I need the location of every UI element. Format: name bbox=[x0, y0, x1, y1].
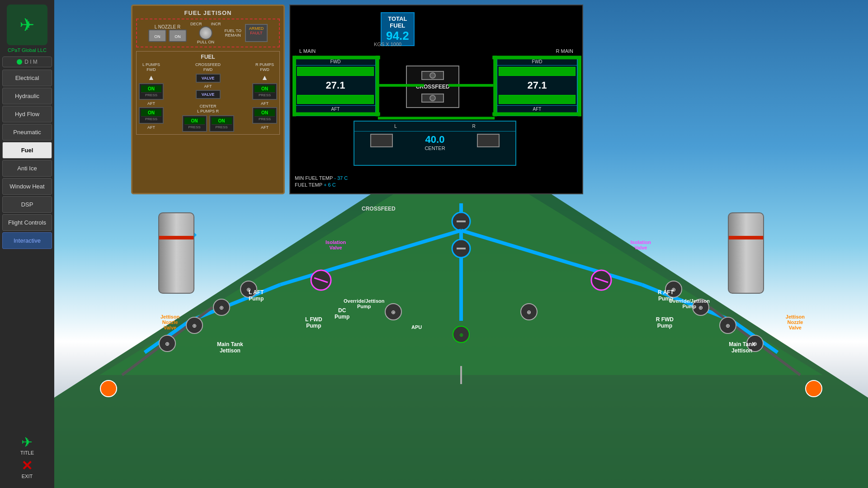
fuel-temp-label: FUEL TEMP bbox=[295, 182, 322, 188]
r-aft-pump-switch[interactable]: ON PRESS bbox=[252, 107, 277, 124]
sidebar-item-window-heat[interactable]: Window Heat bbox=[2, 178, 52, 195]
tank-r-value: 27.1 bbox=[497, 77, 577, 94]
crossfeed-valve-circle-bottom bbox=[429, 95, 436, 101]
sidebar-item-flight-controls[interactable]: Flight Controls bbox=[2, 214, 52, 231]
ecam-tank-right: FWD 27.1 AFT bbox=[496, 57, 578, 116]
l-fwd-pump-switch[interactable]: ON PRESS bbox=[139, 83, 164, 100]
decr-incr-control: DECR INCR PULL ON bbox=[190, 22, 221, 44]
fuel-temp-value: + 6 C bbox=[324, 182, 336, 188]
center-tank-label: CENTER bbox=[425, 145, 445, 151]
l-aft-pump-switch[interactable]: ON PRESS bbox=[139, 107, 164, 124]
sidebar-item-anti-ice[interactable]: Anti Ice bbox=[2, 160, 52, 177]
r-fwd-aft-label: AFT bbox=[261, 101, 269, 106]
brand-label: CPaT Global LLC bbox=[8, 47, 47, 53]
fault-label: FAULT bbox=[247, 31, 265, 35]
jettison-nozzle-r-label: JettisonNozzleValve bbox=[786, 314, 805, 330]
logo-container: ✈ bbox=[7, 5, 47, 45]
aft-label: AFT bbox=[204, 84, 212, 89]
center-l-pump[interactable]: ON PRESS bbox=[182, 115, 207, 132]
r-fwd-press: PRESS bbox=[255, 93, 275, 98]
ecam-kgs-label: KGS X 1000 bbox=[374, 42, 401, 47]
isolation-valve-l-label: IsolationValve bbox=[326, 239, 346, 250]
l-aft-on: ON bbox=[141, 109, 161, 117]
svg-point-52 bbox=[100, 380, 117, 397]
ecam-r-main-label: R MAIN bbox=[556, 48, 574, 54]
dim-button[interactable]: D I M bbox=[2, 56, 52, 67]
min-fuel-temp-value: - 37 C bbox=[334, 175, 348, 181]
tank-l-bottom-bar bbox=[297, 95, 374, 104]
crossfeed-fwd-valve[interactable]: VALVE bbox=[196, 74, 221, 83]
svg-text:⊕: ⊕ bbox=[192, 323, 197, 329]
engine-left-stripe bbox=[159, 236, 193, 239]
r-fwd-pump-label: R FWDPump bbox=[656, 316, 674, 329]
engine-right-stripe bbox=[729, 236, 763, 239]
title-button[interactable]: ✈ TITLE bbox=[20, 434, 34, 455]
sidebar-item-electrical[interactable]: Electrical bbox=[2, 70, 52, 86]
dc-pump-label: DCPump bbox=[335, 307, 349, 320]
l-fwd-aft-label: AFT bbox=[147, 101, 155, 106]
nozzle-r-switch[interactable]: ON bbox=[169, 29, 187, 42]
nozzle-switches: ON ON bbox=[148, 29, 187, 42]
isolation-valve-r-label: IsolationValve bbox=[631, 239, 651, 250]
l-aft-pump-label: L AFTPump bbox=[249, 289, 264, 302]
r-aft-press: PRESS bbox=[255, 117, 275, 122]
armed-label: ARMED bbox=[247, 26, 265, 31]
r-fwd-arrow-icon: ▲ bbox=[261, 74, 269, 82]
center-l-label: L bbox=[394, 124, 397, 129]
logo-plane-icon: ✈ bbox=[19, 14, 35, 35]
valve-label-fwd: VALVE bbox=[198, 76, 218, 80]
ecam-center-tank: L R 40.0 CENTER bbox=[354, 121, 516, 166]
override-jettison-r-label: Override/JettisonPump bbox=[669, 298, 710, 309]
l-pumps-fwd-label: L PUMPSFWD bbox=[142, 62, 160, 72]
main-content: FUEL JETISON L NOZZLE R ON ON DECR INCR … bbox=[54, 0, 868, 488]
title-label: TITLE bbox=[20, 450, 34, 455]
exit-icon: ✕ bbox=[21, 458, 33, 474]
sidebar-item-hyd-flow[interactable]: Hyd Flow bbox=[2, 106, 52, 122]
pumps-row: L PUMPSFWD ▲ ON PRESS AFT ON PRESS AFT C bbox=[139, 62, 277, 132]
engine-right bbox=[728, 212, 764, 294]
sidebar-item-hydraulic[interactable]: Hydraulic bbox=[2, 88, 52, 104]
incr-label: INCR bbox=[211, 22, 221, 26]
crossfeed-valve-circle-top bbox=[429, 72, 436, 79]
crossfeed-box: CROSSFEED bbox=[406, 66, 460, 108]
center-r-label: R bbox=[472, 124, 475, 129]
dim-indicator bbox=[17, 59, 22, 65]
ecam-total-value: 94.2 bbox=[386, 29, 409, 43]
ecam-display: TOTALFUEL 94.2 KGS X 1000 L MAIN R MAIN … bbox=[289, 5, 583, 194]
r-aft-on: ON bbox=[255, 109, 275, 117]
dim-label: D I M bbox=[24, 59, 38, 65]
r-fwd-on: ON bbox=[255, 85, 275, 93]
fuel-dial[interactable] bbox=[199, 26, 212, 40]
nozzle-l-switch[interactable]: ON bbox=[148, 29, 166, 42]
sidebar: ✈ CPaT Global LLC D I M Electrical Hydra… bbox=[0, 0, 54, 488]
center-tank-value: 40.0 bbox=[425, 134, 445, 145]
r-fwd-pump-switch[interactable]: ON PRESS bbox=[252, 83, 277, 100]
exit-button[interactable]: ✕ EXIT bbox=[21, 458, 33, 479]
tank-r-fwd-label: FWD bbox=[497, 58, 577, 66]
apu-label: APU bbox=[411, 324, 422, 330]
l-fwd-arrow-icon: ▲ bbox=[148, 74, 155, 82]
panel-title: FUEL JETISON bbox=[136, 9, 280, 16]
svg-text:⊕: ⊕ bbox=[165, 341, 170, 347]
exit-label: EXIT bbox=[22, 474, 33, 479]
crossfeed-aft-valve[interactable]: VALVE bbox=[196, 90, 221, 99]
ecam-temps: MIN FUEL TEMP - 37 C FUEL TEMP + 6 C bbox=[295, 175, 348, 189]
ecam-l-main-label: L MAIN bbox=[299, 48, 316, 54]
sidebar-item-pneumatic[interactable]: Pneumatic bbox=[2, 124, 52, 141]
crossfeed-fwd-column: CROSSFEEDFWD VALVE AFT VALVE CENTERL PUM… bbox=[182, 62, 234, 132]
sidebar-item-fuel[interactable]: Fuel bbox=[2, 142, 52, 159]
tank-r-aft-label: AFT bbox=[497, 105, 577, 113]
tank-r-top-bar bbox=[499, 67, 576, 76]
l-aft-press: PRESS bbox=[141, 117, 161, 122]
center-r-pump[interactable]: ON PRESS bbox=[209, 115, 234, 132]
tank-l-top-bar bbox=[297, 67, 374, 76]
min-fuel-temp-line: MIN FUEL TEMP - 37 C bbox=[295, 175, 348, 181]
center-tank-box-r bbox=[477, 134, 500, 147]
sidebar-item-dsp[interactable]: DSP bbox=[2, 196, 52, 213]
sidebar-item-interactive[interactable]: Interactive bbox=[2, 232, 52, 249]
jettison-nozzle-l-label: JettisonNozzleValve bbox=[160, 314, 179, 330]
crossfeed-valve-bottom bbox=[421, 94, 444, 103]
center-r-press: PRESS bbox=[212, 125, 232, 130]
pull-on-label: PULL ON bbox=[197, 40, 214, 44]
valve-label-aft: VALVE bbox=[198, 92, 218, 97]
